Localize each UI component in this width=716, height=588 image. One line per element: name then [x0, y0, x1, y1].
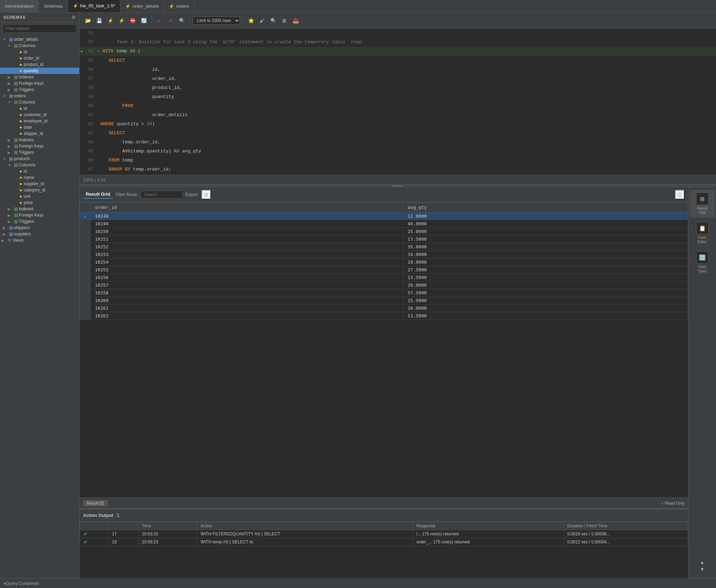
tree-item-pr-indexes[interactable]: ▶ ▤ Indexes: [0, 206, 79, 212]
tree-item-od-id[interactable]: ◆ id: [0, 49, 79, 55]
tree-item-od-product-id[interactable]: ◆ product_id: [0, 61, 79, 68]
result-grid-tab[interactable]: Result Grid: [83, 190, 113, 199]
tree-item-pr-triggers[interactable]: ▶ ▤ Triggers: [0, 218, 79, 225]
refresh-button[interactable]: 🔄: [139, 16, 149, 25]
table-row[interactable]: 1026213.5000: [80, 312, 688, 320]
tree-item-suppliers[interactable]: ▶ ▦ suppliers: [0, 231, 79, 237]
open-file-button[interactable]: 📂: [83, 16, 93, 25]
table-row[interactable]: ▶1024812.0000: [80, 212, 688, 220]
col-header-order-id[interactable]: order_id: [91, 203, 403, 212]
scroll-down-button[interactable]: ▼: [698, 566, 707, 573]
tree-item-pr-price[interactable]: ◆ price: [0, 199, 79, 206]
tree-item-or-indexes[interactable]: ▶ ▤ Indexes: [0, 137, 79, 143]
sql-editor[interactable]: 52 53 -- Task 4: Solution for task 3 usi…: [80, 29, 716, 175]
tree-item-pr-columns[interactable]: ▼ ▤ Columns: [0, 162, 79, 168]
tree-item-or-triggers[interactable]: ▶ ▤ Triggers: [0, 149, 79, 156]
tree-item-od-indexes[interactable]: ▶ ▤ Indexes: [0, 74, 79, 80]
tab-order-details[interactable]: ⚡ order_details: [120, 0, 164, 12]
table-row[interactable]: 1025419.0000: [80, 258, 688, 266]
table-row[interactable]: 1025527.5000: [80, 266, 688, 274]
tree-item-or-id[interactable]: ◆ id: [0, 105, 79, 112]
table-row[interactable]: 1025334.0000: [80, 251, 688, 258]
tree-item-pr-category-id[interactable]: ◆ category_id: [0, 187, 79, 193]
side-result-grid[interactable]: ⊞ ResultGrid: [690, 190, 715, 218]
action-output-panel: Action Output ⇅ Time Action R: [80, 508, 688, 578]
tree-item-order-details[interactable]: ▼ ▦ order_details: [0, 36, 79, 43]
tree-item-products[interactable]: ▼ ▦ products: [0, 156, 79, 162]
tree-item-orders[interactable]: ▼ ▦ orders: [0, 93, 79, 99]
col-header-avg-qty[interactable]: avg_qty: [403, 203, 688, 212]
result-grid-container[interactable]: order_id avg_qty ▶1024812.00001024940.00…: [80, 202, 688, 497]
bookmark-button[interactable]: ⭐: [246, 16, 256, 25]
row-marker: [80, 258, 91, 266]
tree-item-od-order-id[interactable]: ◆ order_id: [0, 55, 79, 61]
table-icon: ▦: [8, 93, 14, 98]
tree-item-views[interactable]: ▶ 👁 Views: [0, 237, 79, 243]
tree-item-pr-name[interactable]: ◆ name: [0, 174, 79, 181]
columns-button[interactable]: ⊞: [279, 16, 289, 25]
side-field-types[interactable]: 🔡 FieldTypes: [690, 248, 715, 276]
execute-button[interactable]: ⚡: [105, 16, 115, 25]
tab-orders[interactable]: ⚡ orders: [164, 0, 194, 12]
tree-item-pr-unit[interactable]: ◆ unit: [0, 193, 79, 199]
result-count-button[interactable]: Result 52: [83, 500, 108, 506]
execute-all-button[interactable]: ⚡: [117, 16, 126, 25]
tab-hw05[interactable]: ⚡ hw_05_task_1-5*: [68, 0, 120, 12]
tree-item-or-columns[interactable]: ▼ ▤ Columns: [0, 99, 79, 105]
side-form-editor[interactable]: 📋 FormEditor: [690, 219, 715, 247]
action-output-sort-icon[interactable]: ⇅: [116, 513, 120, 518]
column-icon: ◆: [17, 182, 24, 186]
tree-item-pr-fk[interactable]: ▶ ▤ Foreign Keys: [0, 212, 79, 218]
no-arrow: [13, 169, 17, 173]
brush-button[interactable]: 🖌: [257, 16, 267, 25]
tree-item-or-fk[interactable]: ▶ ▤ Foreign Keys: [0, 143, 79, 149]
sidebar-manage-icon[interactable]: ⚙: [72, 15, 76, 20]
cell-avg-qty: 34.0000: [403, 251, 688, 258]
table-row[interactable]: 1025235.0000: [80, 243, 688, 251]
table-row[interactable]: 1024940.0000: [80, 220, 688, 228]
code-line-55: 55 SELECT: [80, 56, 716, 65]
schema-button[interactable]: 🔍: [177, 16, 187, 25]
export-button[interactable]: 📤: [291, 16, 300, 25]
table-row[interactable]: 1025117.5000: [80, 235, 688, 243]
tree-item-od-triggers[interactable]: ▶ ▤ Triggers: [0, 86, 79, 93]
table-row[interactable]: 1025857.5000: [80, 289, 688, 297]
table-row[interactable]: 1026120.0000: [80, 304, 688, 312]
limit-select[interactable]: Limit to 1000 rows: [193, 16, 240, 25]
tree-item-pr-supplier-id[interactable]: ◆ supplier_id: [0, 181, 79, 187]
tree-item-od-columns[interactable]: ▼ ▤ Columns: [0, 43, 79, 49]
tree-item-or-customer-id[interactable]: ◆ customer_id: [0, 112, 79, 118]
cell-avg-qty: 20.0000: [403, 304, 688, 312]
code-line-65: 65 AVG(temp.quantity) AS avg_qty: [80, 147, 716, 156]
search-button[interactable]: 🔍: [268, 16, 278, 25]
tree-item-or-shipper-id[interactable]: ◆ shipper_id: [0, 130, 79, 137]
tab-administration[interactable]: Administration: [0, 0, 39, 12]
tree-item-pr-id[interactable]: ◆ id: [0, 168, 79, 174]
wrap-button[interactable]: ☰: [675, 190, 685, 199]
save-file-button[interactable]: 💾: [94, 16, 104, 25]
tree-item-or-employee-id[interactable]: ◆ employee_id: [0, 118, 79, 124]
cancel-button[interactable]: ✕: [166, 16, 176, 25]
tree-item-shippers[interactable]: ▶ ▦ shippers: [0, 225, 79, 231]
tree-label-or-columns: Columns: [19, 100, 35, 105]
toggle-button[interactable]: ✓: [155, 16, 164, 25]
sidebar-filter-input[interactable]: [3, 24, 76, 33]
table-row[interactable]: 1025613.5000: [80, 274, 688, 281]
filter-rows-input[interactable]: [141, 191, 182, 198]
result-toolbar: Result Grid Filter Rows: Export: ⊞ ☰: [80, 187, 688, 202]
tree-item-od-quantity[interactable]: ◆ quantity: [0, 68, 79, 74]
code-content[interactable]: 52 53 -- Task 4: Solution for task 3 usi…: [80, 29, 716, 175]
no-arrow: [13, 201, 17, 205]
table-row[interactable]: 1025720.0000: [80, 281, 688, 289]
tree-item-or-date[interactable]: ◆ date: [0, 124, 79, 130]
tab-schemas[interactable]: Schemas: [39, 0, 68, 12]
table-row[interactable]: 1025025.0000: [80, 228, 688, 235]
stop-button[interactable]: ⛔: [128, 16, 137, 25]
scroll-arrows: ▲ ▼: [698, 559, 707, 573]
export-csv-button[interactable]: ⊞: [201, 190, 211, 199]
table-row[interactable]: 1026025.5000: [80, 297, 688, 304]
tab-orders-label: orders: [176, 3, 189, 9]
tree-item-od-fk[interactable]: ▶ ▤ Foreign Keys: [0, 80, 79, 86]
scroll-up-button[interactable]: ▲: [698, 559, 707, 566]
expand-arrow: ▶: [8, 151, 13, 154]
